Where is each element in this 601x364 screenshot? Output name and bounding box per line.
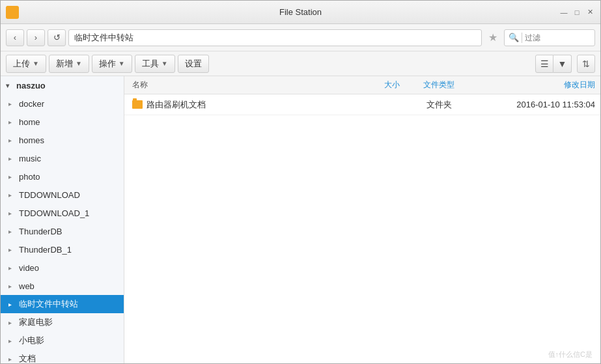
thunderdb-chevron: ▸: [8, 228, 16, 235]
sidebar-item-label: photo: [19, 172, 40, 182]
sidebar-item-docker[interactable]: ▸ docker: [1, 94, 124, 113]
tools-button[interactable]: 工具 ▼: [135, 55, 175, 73]
tools-arrow: ▼: [161, 60, 168, 67]
root-chevron: ▾: [6, 82, 14, 89]
temp-chevron: ▸: [8, 301, 16, 308]
main-window: File Station — □ ✕ ‹ › ↺ ★ 🔍 上传 ▼ 新增 ▼ 操…: [0, 0, 601, 364]
thunderdb1-chevron: ▸: [8, 246, 16, 253]
file-list-header: 名称 大小 文件类型 修改日期: [124, 76, 600, 94]
homes-chevron: ▸: [8, 137, 16, 144]
sidebar-item-label: ThunderDB: [19, 227, 62, 236]
sidebar-item-label: web: [19, 281, 35, 291]
table-row[interactable]: 路由器刷机文档 文件夹 2016-01-10 11:53:04: [124, 94, 600, 115]
web-chevron: ▸: [8, 283, 16, 290]
watermark: 值↑什么信C是: [548, 350, 593, 359]
sidebar-item-label: 家庭电影: [19, 316, 53, 328]
sidebar-item-home-movie[interactable]: ▸ 家庭电影: [1, 313, 124, 331]
new-arrow: ▼: [76, 60, 82, 67]
sidebar-item-label: video: [19, 263, 39, 273]
col-size-header[interactable]: 大小: [348, 79, 400, 91]
docker-chevron: ▸: [8, 100, 16, 107]
address-bar: ‹ › ↺ ★ 🔍: [1, 24, 600, 51]
sidebar-item-label: docker: [19, 99, 44, 109]
sidebar-item-label: homes: [19, 135, 44, 145]
minimize-button[interactable]: —: [559, 7, 569, 18]
sidebar-root[interactable]: ▾ naszuo: [1, 76, 124, 94]
sidebar-item-small-movie[interactable]: ▸ 小电影: [1, 331, 124, 350]
settings-button[interactable]: 设置: [178, 55, 209, 73]
sidebar-item-label: 临时文件中转站: [19, 298, 78, 310]
folder-icon: [132, 100, 143, 109]
address-input[interactable]: [68, 29, 482, 46]
sidebar-item-video[interactable]: ▸ video: [1, 259, 124, 277]
sort-button[interactable]: ⇅: [577, 55, 595, 73]
close-button[interactable]: ✕: [585, 7, 595, 18]
refresh-button[interactable]: ↺: [48, 29, 66, 46]
sidebar-item-label: TDDOWNLOAD: [19, 190, 80, 200]
view-buttons: ☰ ▼: [535, 55, 572, 73]
home-movie-chevron: ▸: [8, 319, 16, 326]
title-bar: File Station — □ ✕: [1, 1, 600, 24]
sidebar-item-homes[interactable]: ▸ homes: [1, 131, 124, 149]
main-content: ▾ naszuo ▸ docker ▸ home ▸ homes ▸ music…: [1, 76, 600, 363]
search-icon: 🔍: [509, 33, 519, 42]
small-movie-chevron: ▸: [8, 337, 16, 344]
file-row-name: 路由器刷机文档: [130, 99, 348, 111]
sidebar-item-label: 文档: [19, 353, 36, 363]
sidebar-item-web[interactable]: ▸ web: [1, 277, 124, 295]
forward-button[interactable]: ›: [27, 29, 45, 46]
upload-arrow: ▼: [33, 60, 39, 67]
app-icon: [6, 6, 19, 19]
bookmark-button[interactable]: ★: [484, 29, 501, 46]
col-date-header[interactable]: 修改日期: [478, 79, 595, 91]
sidebar-item-thunderdb[interactable]: ▸ ThunderDB: [1, 222, 124, 240]
sidebar-item-label: 小电影: [19, 335, 44, 346]
sidebar: ▾ naszuo ▸ docker ▸ home ▸ homes ▸ music…: [1, 76, 124, 363]
new-button[interactable]: 新增 ▼: [49, 55, 89, 73]
sidebar-item-home[interactable]: ▸ home: [1, 113, 124, 131]
sidebar-item-label: ThunderDB_1: [19, 245, 72, 255]
back-button[interactable]: ‹: [6, 29, 24, 46]
actions-button[interactable]: 操作 ▼: [92, 55, 132, 73]
file-name: 路由器刷机文档: [147, 99, 206, 111]
file-row-date: 2016-01-10 11:53:04: [478, 100, 595, 109]
view-dropdown-button[interactable]: ▼: [553, 55, 572, 73]
photo-chevron: ▸: [8, 173, 16, 180]
sidebar-item-temp[interactable]: ▸ 临时文件中转站: [1, 295, 124, 313]
sidebar-root-label: naszuo: [16, 81, 46, 91]
actions-arrow: ▼: [119, 60, 125, 67]
video-chevron: ▸: [8, 264, 16, 272]
file-row-type: 文件夹: [400, 99, 478, 111]
col-type-header[interactable]: 文件类型: [400, 79, 478, 91]
window-title: File Station: [279, 7, 322, 17]
list-view-button[interactable]: ☰: [535, 55, 553, 73]
sidebar-item-thunderdb1[interactable]: ▸ ThunderDB_1: [1, 240, 124, 259]
sidebar-item-photo[interactable]: ▸ photo: [1, 167, 124, 186]
restore-button[interactable]: □: [572, 7, 582, 18]
upload-button[interactable]: 上传 ▼: [6, 55, 46, 73]
home-chevron: ▸: [8, 119, 16, 126]
file-list: 名称 大小 文件类型 修改日期 路由器刷机文档 文件夹 2016-01-10 1…: [124, 76, 600, 363]
search-divider: [522, 33, 522, 43]
sidebar-item-tddownload[interactable]: ▸ TDDOWNLOAD: [1, 186, 124, 204]
sidebar-item-docs[interactable]: ▸ 文档: [1, 350, 124, 363]
sidebar-item-music[interactable]: ▸ music: [1, 149, 124, 167]
toolbar: 上传 ▼ 新增 ▼ 操作 ▼ 工具 ▼ 设置 ☰ ▼ ⇅: [1, 51, 600, 76]
folder-icon: [7, 8, 18, 17]
tddownload1-chevron: ▸: [8, 210, 16, 217]
sidebar-item-tddownload1[interactable]: ▸ TDDOWNLOAD_1: [1, 204, 124, 222]
sidebar-item-label: TDDOWNLOAD_1: [19, 208, 89, 218]
search-box: 🔍: [504, 29, 595, 46]
sidebar-item-label: music: [19, 154, 41, 163]
window-controls: — □ ✕: [559, 7, 595, 18]
docs-chevron: ▸: [8, 356, 16, 363]
search-input[interactable]: [525, 33, 577, 42]
col-name-header[interactable]: 名称: [130, 79, 348, 91]
music-chevron: ▸: [8, 155, 16, 162]
tddownload-chevron: ▸: [8, 191, 16, 199]
sidebar-item-label: home: [19, 117, 40, 127]
